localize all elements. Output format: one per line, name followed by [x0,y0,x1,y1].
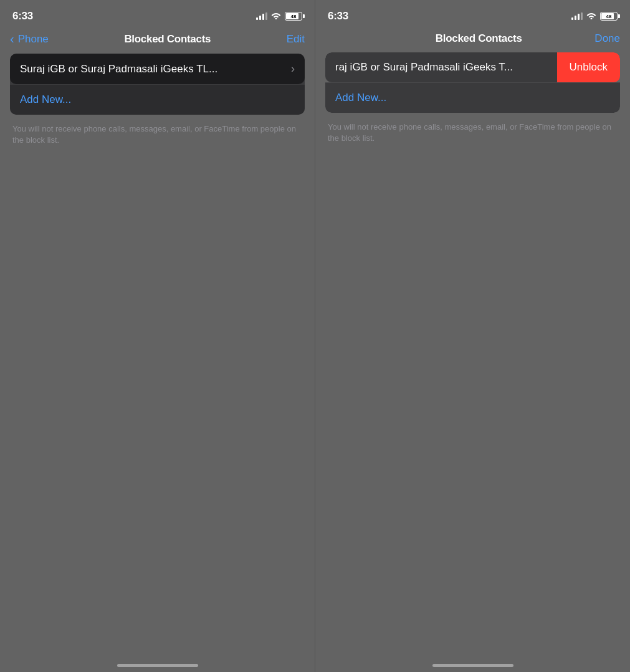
wifi-icon-right [586,12,596,21]
nav-bar-left: ‹ Phone Blocked Contacts Edit [0,27,315,54]
battery-icon-right: 48 [600,12,618,21]
done-button-right[interactable]: Done [594,32,620,45]
edit-button-left[interactable]: Edit [287,33,305,46]
left-phone-screen: 6:33 48 ‹ Phone Blocked Contac [0,0,315,672]
battery-icon-left: 48 [285,12,302,21]
blocked-contacts-list-right: raj iGB or Suraj Padmasali iGeeks T... U… [325,52,620,113]
back-button-left[interactable]: ‹ Phone [10,32,49,46]
contact-swipe-row: raj iGB or Suraj Padmasali iGeeks T... U… [325,52,620,82]
content-right: raj iGB or Suraj Padmasali iGeeks T... U… [315,52,630,664]
blocked-contacts-list-left: Suraj iGB or Suraj Padmasali iGeeks TL..… [10,54,305,115]
contact-item-right[interactable]: raj iGB or Suraj Padmasali iGeeks T... [325,52,557,82]
home-indicator-right [315,664,630,672]
add-new-row-left[interactable]: Add New... [10,84,305,115]
add-new-row-right[interactable]: Add New... [325,82,620,113]
time-right: 6:33 [328,10,348,22]
right-phone-screen: 6:33 48 Blocked Contacts Done [315,0,630,672]
home-indicator-left [0,664,315,672]
add-new-label-left: Add New... [20,94,71,105]
content-left: Suraj iGB or Suraj Padmasali iGeeks TL..… [0,54,315,664]
page-title-left: Blocked Contacts [124,33,211,46]
back-label-left: Phone [18,33,49,46]
contact-item-left[interactable]: Suraj iGB or Suraj Padmasali iGeeks TL..… [10,54,305,84]
status-bar-right: 6:33 48 [315,0,630,27]
status-icons-left: 48 [256,12,302,21]
add-new-label-right: Add New... [335,92,386,103]
status-bar-left: 6:33 48 [0,0,315,27]
signal-icon-right [571,12,583,20]
time-left: 6:33 [12,10,33,22]
status-icons-right: 48 [571,12,618,21]
wifi-icon-left [271,12,281,21]
contact-name-right: raj iGB or Suraj Padmasali iGeeks T... [335,61,547,74]
page-title-right: Blocked Contacts [436,32,522,45]
nav-bar-right: Blocked Contacts Done [315,27,630,52]
footer-note-right: You will not receive phone calls, messag… [325,122,620,144]
chevron-left-icon: ‹ [10,32,14,46]
signal-icon-left [256,12,267,20]
unblock-button[interactable]: Unblock [557,52,620,82]
contact-name-left: Suraj iGB or Suraj Padmasali iGeeks TL..… [20,63,286,75]
contact-chevron-left: › [291,62,295,75]
footer-note-left: You will not receive phone calls, messag… [10,123,305,146]
